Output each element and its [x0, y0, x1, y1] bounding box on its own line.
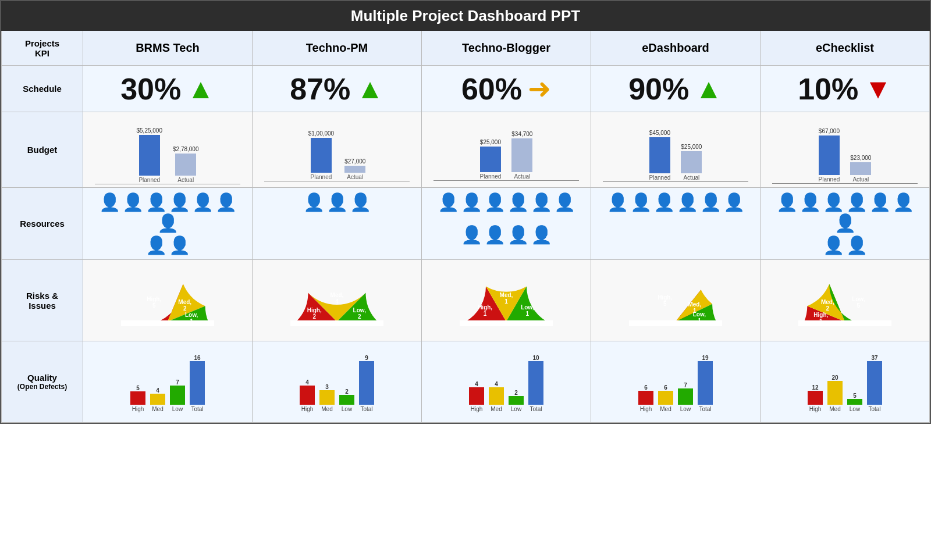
person-red-icon: 👤: [507, 225, 529, 244]
person-red-icon: 👤: [823, 236, 844, 255]
label-resources: Resources: [2, 188, 83, 260]
person-green-icon: 👤: [607, 192, 628, 212]
svg-text:2: 2: [358, 313, 361, 319]
person-green-icon: 👤: [484, 192, 506, 212]
schedule-technoblogger: 60% ➜: [422, 66, 591, 112]
quality-echecklist: 12 High 20 Med 5 Low 37 Total: [761, 341, 930, 423]
person-green-icon: 👤: [677, 192, 698, 212]
main-grid: ProjectsKPI BRMS Tech Techno-PM Techno-B…: [1, 31, 930, 423]
person-green-icon: 👤: [823, 192, 844, 212]
svg-rect-21: [629, 320, 722, 326]
budget-technoblogger: $25,000 Planned $34,700 Actual: [422, 112, 591, 188]
svg-text:2: 2: [312, 313, 316, 319]
person-green-icon: 👤: [438, 192, 459, 212]
svg-text:5: 5: [663, 301, 667, 307]
person-green-icon: 👤: [776, 192, 798, 212]
person-green-icon: 👤: [799, 192, 821, 212]
person-green-icon: 👤: [122, 192, 144, 212]
person-red-icon: 👤: [145, 236, 167, 255]
header-col4: eDashboard: [591, 31, 761, 66]
quality-brms: 5 High 4 Med 7 Low 16 Total: [83, 341, 253, 423]
schedule-technopm: 87% ▲: [253, 66, 422, 112]
schedule-brms-pct: 30%: [120, 72, 181, 106]
person-red-icon: 👤: [169, 236, 190, 255]
resources-technopm: 👤👤👤: [253, 188, 422, 260]
svg-text:Med,: Med,: [821, 299, 834, 305]
label-schedule: Schedule: [2, 66, 83, 112]
person-green-icon: 👤: [507, 192, 529, 212]
header-col1: BRMS Tech: [83, 31, 253, 66]
schedule-technopm-pct: 87%: [290, 72, 350, 106]
person-green-icon: 👤: [303, 192, 325, 212]
svg-rect-28: [798, 320, 891, 326]
person-green-icon: 👤: [723, 192, 745, 212]
dashboard-title: Multiple Project Dashboard PPT: [1, 1, 930, 31]
resources-brms: 👤👤👤👤👤👤👤👤👤: [83, 188, 253, 260]
label-quality: Quality(Open Defects): [2, 341, 83, 423]
svg-text:Low,: Low,: [521, 304, 534, 311]
person-green-icon: 👤: [554, 192, 575, 212]
svg-text:5: 5: [857, 302, 861, 309]
risks-technoblogger: High, 1 Med, 1 Low, 1: [422, 260, 591, 341]
svg-rect-0: [121, 320, 214, 326]
svg-text:High,: High,: [658, 294, 672, 301]
arrow-echecklist: ▼: [864, 75, 892, 103]
person-green-icon: 👤: [326, 192, 348, 212]
dashboard: Multiple Project Dashboard PPT ProjectsK…: [0, 0, 931, 424]
budget-echecklist: $67,000 Planned $23,000 Actual: [761, 112, 930, 188]
svg-text:1: 1: [190, 318, 193, 324]
svg-text:1: 1: [484, 311, 487, 317]
svg-text:2: 2: [183, 305, 187, 312]
label-budget: Budget: [2, 112, 83, 188]
svg-text:Low,: Low,: [353, 306, 367, 313]
person-green-icon: 👤: [846, 192, 868, 212]
svg-text:1: 1: [526, 311, 530, 317]
svg-text:2: 2: [826, 305, 830, 312]
header-col5: eChecklist: [761, 31, 930, 66]
schedule-brms: 30% ▲: [83, 66, 253, 112]
schedule-echecklist-pct: 10%: [798, 72, 858, 106]
person-green-icon: 👤: [145, 192, 167, 212]
header-col3: Techno-Blogger: [422, 31, 591, 66]
header-kpi: ProjectsKPI: [2, 31, 83, 66]
person-green-icon: 👤: [192, 192, 214, 212]
svg-text:1: 1: [819, 318, 823, 324]
schedule-edashboard: 90% ▲: [591, 66, 761, 112]
svg-text:Low,: Low,: [185, 311, 198, 318]
budget-brms: $5,25,000 Planned $2,78,000 Actual: [83, 112, 253, 188]
risks-echecklist: High, 1 Med, 2 Low, 5: [761, 260, 930, 341]
arrow-technopm: ▲: [356, 75, 384, 103]
risks-edashboard: High, 5 Med, 1 Low, 1: [591, 260, 761, 341]
svg-text:5: 5: [152, 302, 156, 309]
person-green-icon: 👤: [157, 213, 179, 233]
person-green-icon: 👤: [893, 192, 914, 212]
quality-technoblogger: 4 High 4 Med 2 Low 10 Total: [422, 341, 591, 423]
svg-text:Low,: Low,: [852, 296, 865, 302]
person-green-icon: 👤: [215, 192, 237, 212]
budget-technopm: $1,00,000 Planned $27,000 Actual: [253, 112, 422, 188]
svg-text:High,: High,: [307, 306, 322, 313]
person-green-icon: 👤: [531, 192, 552, 212]
person-green-icon: 👤: [700, 192, 722, 212]
svg-rect-7: [290, 320, 383, 326]
arrow-edashboard: ▲: [695, 75, 723, 103]
svg-text:1: 1: [504, 298, 508, 305]
risks-technopm: High, 2 Med, 4 Low, 2: [253, 260, 422, 341]
person-red-icon: 👤: [846, 236, 868, 255]
header-col2: Techno-PM: [253, 31, 422, 66]
person-red-icon: 👤: [461, 225, 482, 244]
person-green-icon: 👤: [834, 213, 856, 233]
person-green-icon: 👤: [99, 192, 120, 212]
budget-edashboard: $45,000 Planned $25,000 Actual: [591, 112, 761, 188]
person-red-icon: 👤: [531, 225, 552, 244]
resources-technoblogger: 👤👤👤👤👤👤👤👤👤👤: [422, 188, 591, 260]
schedule-edashboard-pct: 90%: [628, 72, 689, 106]
schedule-echecklist: 10% ▼: [761, 66, 930, 112]
svg-rect-14: [460, 320, 553, 326]
person-red-icon: 👤: [484, 225, 506, 244]
risks-brms: High, 5 Med, 2 Low, 1: [83, 260, 253, 341]
svg-text:Med,: Med,: [500, 292, 513, 298]
arrow-brms: ▲: [187, 75, 215, 103]
svg-text:Med,: Med,: [688, 301, 701, 307]
quality-edashboard: 6 High 6 Med 7 Low 19 Total: [591, 341, 761, 423]
